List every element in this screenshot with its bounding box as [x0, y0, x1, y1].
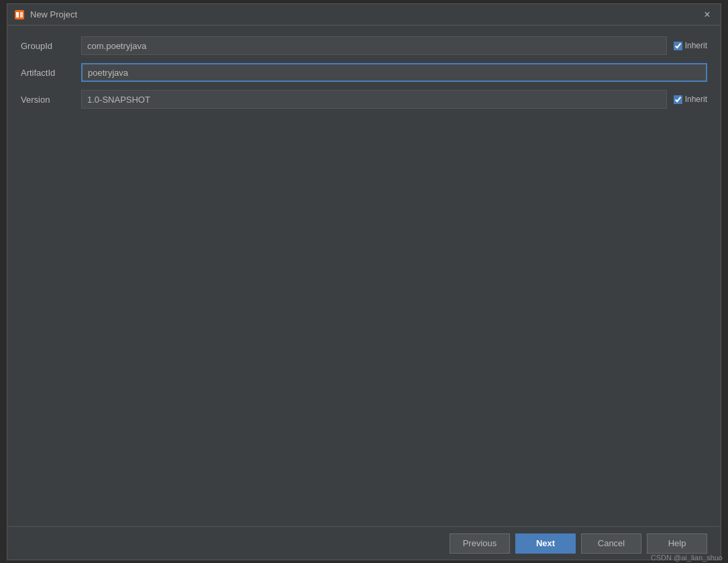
version-input[interactable] — [81, 90, 667, 109]
version-label: Version — [21, 95, 74, 105]
title-bar: New Project × — [7, 4, 721, 25]
app-icon — [14, 9, 25, 20]
artifact-id-input[interactable] — [81, 63, 707, 82]
version-inherit-label: Inherit — [685, 95, 707, 104]
version-inherit-checkbox[interactable] — [674, 95, 682, 104]
cancel-button[interactable]: Cancel — [581, 533, 641, 554]
content-spacer — [21, 117, 707, 515]
version-inherit: Inherit — [674, 95, 707, 104]
dialog-content: GroupId Inherit ArtifactId Version Inher… — [7, 25, 721, 526]
group-id-row: GroupId Inherit — [21, 36, 707, 55]
close-button[interactable]: × — [700, 8, 714, 21]
artifact-id-label: ArtifactId — [21, 68, 74, 78]
group-id-inherit-label: Inherit — [685, 41, 707, 50]
dialog-footer: Previous Next Cancel Help — [7, 526, 721, 560]
artifact-id-row: ArtifactId — [21, 63, 707, 82]
group-id-label: GroupId — [21, 41, 74, 51]
group-id-inherit: Inherit — [674, 41, 707, 50]
svg-rect-1 — [16, 12, 19, 17]
dialog-title: New Project — [30, 9, 77, 19]
previous-button[interactable]: Previous — [450, 533, 510, 554]
svg-rect-2 — [20, 12, 23, 17]
next-button[interactable]: Next — [515, 533, 576, 554]
group-id-inherit-checkbox[interactable] — [674, 42, 682, 50]
group-id-input[interactable] — [81, 36, 667, 55]
watermark: CSDN @ai_lian_shuo — [651, 554, 723, 562]
version-row: Version Inherit — [21, 90, 707, 109]
help-button[interactable]: Help — [647, 533, 707, 554]
title-bar-left: New Project — [14, 9, 77, 20]
new-project-dialog: New Project × GroupId Inherit ArtifactId… — [7, 3, 721, 560]
